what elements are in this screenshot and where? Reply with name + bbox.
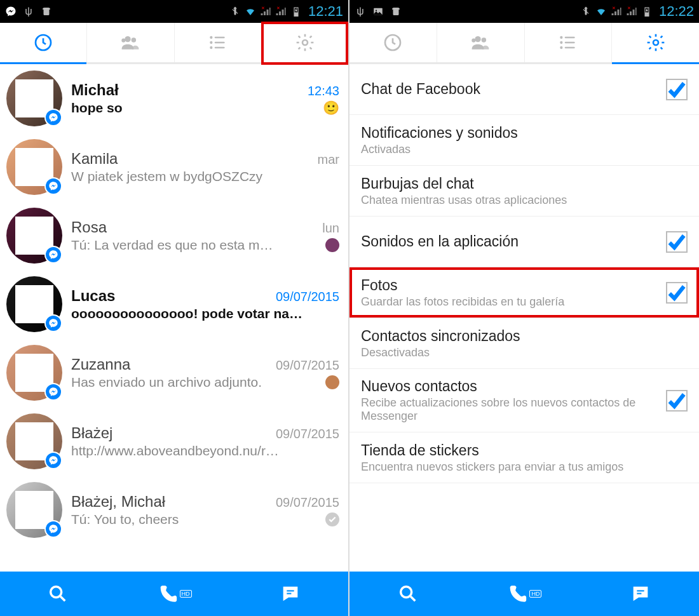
tab-recent[interactable]	[350, 23, 437, 62]
conversation-time: 09/07/2015	[276, 427, 339, 441]
settings-item[interactable]: Contactos sincronizados Desactivadas	[350, 318, 699, 369]
settings-item[interactable]: Tienda de stickers Encuentra nuevos stic…	[350, 432, 699, 483]
tab-contacts[interactable]	[87, 23, 174, 62]
messenger-badge-icon	[44, 383, 62, 401]
avatar[interactable]	[6, 208, 62, 264]
status-time: 12:21	[308, 3, 343, 20]
checkbox[interactable]	[666, 282, 688, 304]
status-bar: ψ ✕ ✕ 12:22	[350, 0, 699, 23]
settings-item[interactable]: Chat de Facebook	[350, 64, 699, 115]
avatar[interactable]	[6, 345, 62, 401]
conversation-time: 09/07/2015	[276, 495, 339, 510]
tab-settings[interactable]	[262, 23, 348, 62]
settings-item[interactable]: Notificaciones y sonidos Activadas	[350, 115, 699, 166]
tabs	[0, 23, 348, 64]
svg-rect-12	[214, 42, 224, 44]
conversation-name: Kamila	[71, 150, 313, 168]
svg-rect-23	[645, 13, 649, 17]
svg-rect-13	[214, 47, 224, 49]
messenger-badge-icon	[44, 246, 62, 264]
seen-avatar-icon	[325, 238, 339, 252]
conversation-time: lun	[322, 221, 339, 236]
settings-item[interactable]: Burbujas del chat Chatea mientras usas o…	[350, 166, 699, 217]
settings-title: Fotos	[361, 277, 660, 294]
svg-rect-36	[637, 590, 644, 591]
conversation-preview: ooooooooooooooo! pode votar na…	[71, 306, 339, 321]
tab-recent[interactable]	[0, 23, 87, 62]
conversation-preview: hope so 🙂	[71, 100, 339, 116]
search-button[interactable]	[350, 583, 466, 605]
conversation-item[interactable]: Rosa lun Tú: La verdad es que no esta m…	[0, 201, 348, 270]
mute-icon	[229, 6, 241, 17]
mute-icon	[580, 6, 592, 17]
svg-text:✕: ✕	[261, 6, 264, 10]
bottom-bar: HD	[0, 572, 348, 616]
conversation-name: Michał	[71, 81, 302, 99]
compose-button[interactable]	[232, 583, 348, 605]
settings-title: Sonidos en la aplicación	[361, 233, 660, 250]
conversation-item[interactable]: Kamila mar W piatek jestem w bydgOSZCzy	[0, 133, 348, 201]
settings-item[interactable]: Sonidos en la aplicación	[350, 217, 699, 267]
conversation-item[interactable]: Zuzanna 09/07/2015 Has enviado un archiv…	[0, 338, 348, 407]
signal2-icon: ✕	[275, 6, 287, 17]
svg-text:✕: ✕	[276, 6, 280, 10]
avatar[interactable]	[6, 70, 62, 126]
conversation-name: Błażej, Michał	[71, 493, 271, 511]
svg-point-5	[125, 36, 131, 42]
settings-list[interactable]: Chat de Facebook Notificaciones y sonido…	[350, 64, 699, 572]
call-button[interactable]: HD	[116, 583, 233, 605]
svg-point-30	[560, 46, 562, 49]
conversation-list[interactable]: Michał 12:43 hope so 🙂 Kamila mar	[0, 64, 348, 572]
status-bar: ψ ✕ ✕ 12:21	[0, 0, 348, 23]
svg-point-34	[653, 40, 658, 45]
svg-point-7	[122, 39, 126, 43]
conversation-preview: Tú: You to, cheers	[71, 512, 339, 527]
signal1-icon: ✕	[611, 6, 622, 17]
svg-point-19	[376, 10, 377, 11]
avatar[interactable]	[6, 276, 62, 332]
svg-rect-11	[214, 37, 224, 39]
battery-icon	[641, 6, 653, 17]
settings-item[interactable]: Fotos Guardar las fotos recibidas en tu …	[350, 267, 699, 318]
conversation-preview: Tú: La verdad es que no esta m…	[71, 238, 339, 253]
svg-rect-32	[565, 42, 575, 44]
status-usb-icon: ψ	[355, 6, 366, 17]
tab-settings[interactable]	[612, 23, 699, 62]
settings-title: Tienda de stickers	[361, 442, 688, 459]
tab-contacts[interactable]	[437, 23, 525, 62]
tab-groups[interactable]	[175, 23, 262, 62]
tabs	[350, 23, 699, 64]
checkbox[interactable]	[666, 231, 688, 253]
status-android-icon	[390, 6, 402, 17]
conversation-item[interactable]: Błażej 09/07/2015 http://www.aboveandbey…	[0, 407, 348, 476]
settings-subtitle: Activadas	[361, 143, 688, 156]
conversation-item[interactable]: Michał 12:43 hope so 🙂	[0, 64, 348, 133]
conversation-name: Zuzanna	[71, 356, 271, 373]
conversation-time: mar	[318, 152, 339, 167]
svg-rect-37	[637, 593, 642, 594]
settings-title: Contactos sincronizados	[361, 328, 688, 345]
call-button[interactable]: HD	[466, 583, 582, 605]
conversation-name: Błażej	[71, 424, 271, 442]
avatar[interactable]	[6, 413, 62, 469]
settings-title: Chat de Facebook	[361, 81, 660, 98]
status-time: 12:22	[659, 3, 694, 20]
conversation-item[interactable]: Błażej, Michał 09/07/2015 Tú: You to, ch…	[0, 476, 348, 544]
conversation-item[interactable]: Lucas 09/07/2015 ooooooooooooooo! pode v…	[0, 270, 348, 338]
svg-point-14	[302, 40, 308, 45]
messenger-badge-icon	[44, 314, 62, 332]
avatar[interactable]	[6, 139, 62, 195]
conversation-name: Rosa	[71, 218, 317, 236]
conversation-preview: http://www.aboveandbeyond.nu/r…	[71, 443, 339, 459]
checkbox[interactable]	[666, 390, 688, 412]
settings-subtitle: Guardar las fotos recibidas en tu galerí…	[361, 295, 660, 309]
search-button[interactable]	[0, 583, 116, 605]
avatar[interactable]	[6, 482, 62, 538]
battery-icon	[290, 6, 302, 17]
compose-button[interactable]	[583, 583, 699, 605]
tab-groups[interactable]	[525, 23, 613, 62]
conversation-time: 09/07/2015	[276, 290, 339, 304]
checkbox[interactable]	[666, 79, 688, 100]
settings-item[interactable]: Nuevos contactos Recibe actualizaciones …	[350, 369, 699, 432]
svg-rect-16	[287, 590, 294, 591]
